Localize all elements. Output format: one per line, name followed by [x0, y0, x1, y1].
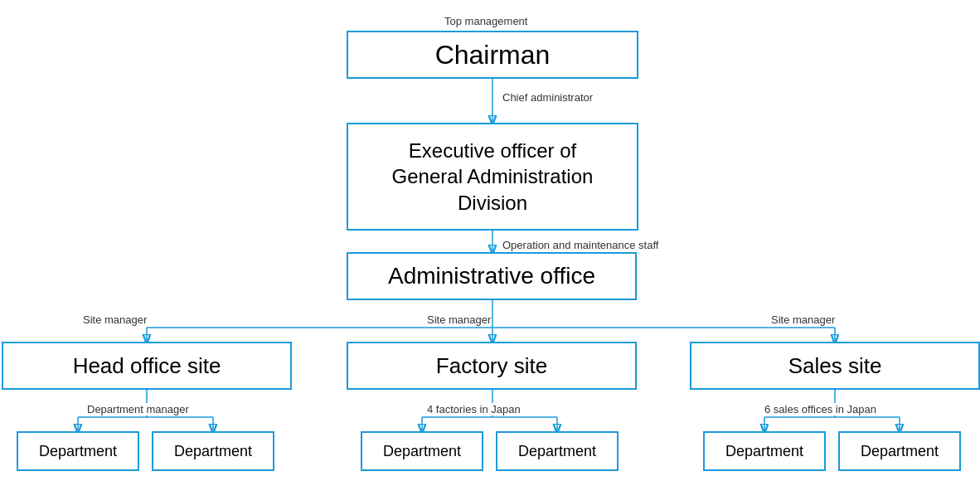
operation-staff-label: Operation and maintenance staff: [502, 239, 658, 251]
dept-head-2: Department: [152, 431, 274, 471]
site-manager-center-label: Site manager: [427, 313, 491, 326]
admin-office-label: Administrative office: [388, 263, 595, 289]
chief-admin-label: Chief administrator: [502, 91, 593, 104]
six-sales-label: 6 sales offices in Japan: [764, 403, 876, 415]
dept-head-1: Department: [17, 431, 139, 471]
dept-sales-1: Department: [703, 431, 826, 471]
factory-label: Factory site: [436, 353, 547, 379]
site-manager-left-label: Site manager: [83, 313, 147, 326]
site-manager-right-label: Site manager: [771, 313, 835, 326]
sales-label: Sales site: [788, 353, 882, 379]
executive-label: Executive officer of General Administrat…: [392, 138, 594, 216]
chairman-node: Chairman: [347, 31, 638, 79]
dept-manager-label: Department manager: [87, 403, 189, 415]
chairman-label: Chairman: [435, 40, 551, 70]
head-office-label: Head office site: [73, 353, 221, 379]
dept-sales-2: Department: [838, 431, 961, 471]
four-factories-label: 4 factories in Japan: [427, 403, 521, 415]
dept-factory-2: Department: [496, 431, 619, 471]
org-chart: Top management Chairman Chief administra…: [0, 0, 980, 481]
head-office-node: Head office site: [2, 342, 292, 390]
dept-factory-1: Department: [361, 431, 483, 471]
sales-node: Sales site: [690, 342, 980, 390]
executive-node: Executive officer of General Administrat…: [347, 123, 638, 231]
factory-node: Factory site: [347, 342, 637, 390]
top-management-label: Top management: [444, 15, 527, 27]
admin-office-node: Administrative office: [347, 252, 637, 300]
